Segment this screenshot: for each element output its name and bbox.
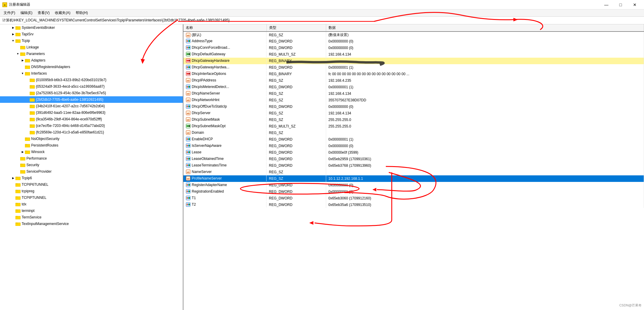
table-row[interactable]: AddressTypeREG_DWORD0x00000000 (0) <box>183 38 644 45</box>
reg-value-name: abProfileNameServer <box>183 175 267 181</box>
table-row[interactable]: RegistrationEnabledREG_DWORD0x00000001 (… <box>183 188 644 195</box>
tree-item-winsock[interactable]: Winsock <box>0 149 183 155</box>
table-row[interactable]: DhcpGatewayHardwareREG_BINARY <box>183 58 644 64</box>
tree-item-adapters[interactable]: Adapters <box>0 57 183 64</box>
table-row[interactable]: RegisterAdapterNameREG_DWORD0x00000000 (… <box>183 182 644 188</box>
menu-file[interactable]: 文件(F) <box>1 10 18 16</box>
tree-item-iface9[interactable]: {fc28569e-120d-41c3-a5a6-e850fae61d21} <box>0 129 183 136</box>
table-row[interactable]: IsServerNapAwareREG_DWORD0x00000000 (0) <box>183 143 644 149</box>
reg-type-icon <box>186 58 191 63</box>
tree-label: Parameters <box>26 52 45 56</box>
folder-icon <box>20 45 26 49</box>
folder-icon <box>15 202 21 206</box>
svg-rect-39 <box>25 144 27 145</box>
table-row[interactable]: LeaseTerminatesTimeREG_DWORD0x65eb3768 (… <box>183 162 644 169</box>
table-row[interactable]: EnableDHCPREG_DWORD0x00000001 (1) <box>183 136 644 143</box>
col-type[interactable]: 类型 <box>267 24 326 32</box>
tree-arrow <box>15 51 20 56</box>
close-button[interactable]: ✕ <box>628 0 642 10</box>
tree-item-iface5[interactable]: {34b2410f-61ec-4207-a2cc-7d56742b2d04} <box>0 103 183 109</box>
table-row[interactable]: abNameServerREG_SZ <box>183 169 644 175</box>
tree-item-performance[interactable]: Performance <box>0 155 183 162</box>
col-name[interactable]: 名称 <box>183 24 267 32</box>
tree-item-iface3[interactable]: {2a752065-b129-454c-926e-3b7be5ec67e5} <box>0 90 183 96</box>
tree-item-termservice[interactable]: TermService <box>0 214 183 221</box>
tree-item-nsiobjectsecurity[interactable]: NsiObjectSecurity <box>0 136 183 142</box>
table-row[interactable]: DhcpOffDueToStaticIpREG_DWORD0x00000000 … <box>183 103 644 110</box>
table-row[interactable]: abProfileNameServerREG_SZ10.1.12.2,192.1… <box>183 175 644 182</box>
folder-icon <box>25 58 30 62</box>
tree-label: Adapters <box>31 58 45 62</box>
tree-item-tcpip[interactable]: Tcpip <box>0 37 183 44</box>
tree-arrow <box>20 64 25 69</box>
reg-value-data: 0x00000000 (0) <box>326 45 644 51</box>
tree-item-tcpip6[interactable]: Tcpip6 <box>0 175 183 181</box>
tree-item-iface8[interactable]: {ce7ecf5e-7203-494c-b468-d145a77abd20} <box>0 122 183 129</box>
table-row[interactable]: abDhcpNetworkHintREG_SZ3557075627E38D07D… <box>183 97 644 103</box>
table-row[interactable]: T1REG_DWORD0x65eb3060 (1709912160) <box>183 195 644 202</box>
menu-help[interactable]: 帮助(H) <box>73 10 90 16</box>
tree-item-iface2[interactable]: {05324a0f-3633-4ecd-a5cc-ca199366aa87} <box>0 83 183 90</box>
tree-item-tdx[interactable]: tdx <box>0 201 183 207</box>
folder-icon <box>15 189 21 193</box>
svg-rect-29 <box>30 111 32 112</box>
tree-item-interfaces[interactable]: Interfaces <box>0 70 183 77</box>
tree-item-tcpip6tunnel[interactable]: TCPIP6TUNNEL <box>0 181 183 188</box>
reg-value-name: LeaseTerminatesTime <box>183 162 267 168</box>
tree-item-tapisrv[interactable]: TapiSrv <box>0 31 183 37</box>
tree-item-tcpipreg[interactable]: tcpipreg <box>0 188 183 194</box>
svg-rect-109 <box>187 125 188 127</box>
table-row[interactable]: LeaseObtainedTimeREG_DWORD0x65eb2959 (17… <box>183 156 644 162</box>
col-data[interactable]: 数据 <box>326 24 644 32</box>
table-row[interactable]: ab(默认)REG_SZ(数值未设置) <box>183 32 644 38</box>
svg-text:ab: ab <box>187 79 189 82</box>
tree-label: tcpipreg <box>22 189 34 193</box>
tree-item-iface4-selected[interactable]: {2bf2db1f-7705-4be6-aa6e-138f10921495} <box>0 96 183 103</box>
reg-value-data: 0x00000000 (0) <box>326 182 644 188</box>
table-row[interactable]: DhcpConnForceBroad...REG_DWORD0x00000000… <box>183 45 644 51</box>
table-row[interactable]: abDhcpIPAddressREG_SZ192.168.4.235 <box>183 77 644 84</box>
registry-values-panel[interactable]: 名称 类型 数据 ab(默认)REG_SZ(数值未设置)AddressTypeR… <box>183 24 644 310</box>
tree-item-iface6[interactable]: {391d6492-baa5-11ee-82aa-806e6f6e9963} <box>0 109 183 116</box>
table-row[interactable]: DhcpSubnetMaskOptREG_MULTI_SZ255.255.255… <box>183 123 644 130</box>
tree-label: {05324a0f-3633-4ecd-a5cc-ca199366aa87} <box>36 84 105 89</box>
tree-panel[interactable]: SystemEventsBroker TapiSrv Tcpip <box>0 24 183 310</box>
main-content: SystemEventsBroker TapiSrv Tcpip <box>0 24 644 310</box>
table-row[interactable]: LeaseREG_DWORD0x00000e0f (3599) <box>183 149 644 156</box>
svg-rect-140 <box>188 184 189 186</box>
table-row[interactable]: DhcpGatewayHardwa...REG_DWORD0x00000001 … <box>183 64 644 71</box>
svg-rect-101 <box>187 106 188 107</box>
maximize-button[interactable]: □ <box>614 0 627 10</box>
menu-edit[interactable]: 编辑(E) <box>18 10 35 16</box>
tree-label: tdx <box>22 202 26 206</box>
table-row[interactable]: DhcpInterfaceOptionsREG_BINARYfc 00 00 0… <box>183 71 644 77</box>
menu-view[interactable]: 查看(V) <box>35 10 52 16</box>
reg-value-type: REG_DWORD <box>267 182 326 188</box>
tree-item-parameters[interactable]: Parameters <box>0 51 183 57</box>
table-row[interactable]: DhcpIsMeteredDetect...REG_DWORD0x0000000… <box>183 84 644 90</box>
table-row[interactable]: T2REG_DWORD0x65eb35a6 (1709913510) <box>183 202 644 208</box>
table-row[interactable]: abDomainREG_SZ <box>183 130 644 136</box>
menu-favorites[interactable]: 收藏夹(A) <box>53 10 73 16</box>
tree-item-systemeventsbroker[interactable]: SystemEventsBroker <box>0 24 183 31</box>
reg-value-type: REG_DWORD <box>267 188 326 195</box>
tree-item-iface1[interactable]: {010095b9-b6b3-4323-89b2-620bd31015b7} <box>0 77 183 83</box>
minimize-button[interactable]: — <box>599 0 613 10</box>
reg-name-text: DhcpOffDueToStaticIp <box>192 104 227 108</box>
table-row[interactable]: abDhcpSubnetMaskREG_SZ255.255.255.0 <box>183 117 644 123</box>
svg-text:ab: ab <box>187 34 189 37</box>
tree-item-persistentroutes[interactable]: PersistentRoutes <box>0 142 183 149</box>
tree-item-iface7[interactable]: {9ca3546b-29df-4364-864e-ece970d52fff} <box>0 116 183 122</box>
tree-arrow <box>11 195 15 200</box>
table-row[interactable]: abDhcpNameServerREG_SZ192.168.4.134 <box>183 90 644 97</box>
tree-item-terminpt[interactable]: terminpt <box>0 207 183 214</box>
tree-item-security[interactable]: Security <box>0 162 183 168</box>
reg-value-type: REG_DWORD <box>267 45 326 51</box>
table-row[interactable]: DhcpDefaultGatewayREG_MULTI_SZ192.168.4.… <box>183 51 644 58</box>
tree-item-dnsregisteredadapters[interactable]: DNSRegisteredAdapters <box>0 64 183 70</box>
tree-item-tcpiptunnel[interactable]: TCPIPTUNNEL <box>0 194 183 201</box>
table-row[interactable]: abDhcpServerREG_SZ192.168.4.134 <box>183 110 644 117</box>
tree-item-linkage[interactable]: Linkage <box>0 44 183 51</box>
tree-item-textinputmgr[interactable]: TextInputManagementService <box>0 221 183 227</box>
tree-item-serviceprovider[interactable]: ServiceProvider <box>0 168 183 175</box>
